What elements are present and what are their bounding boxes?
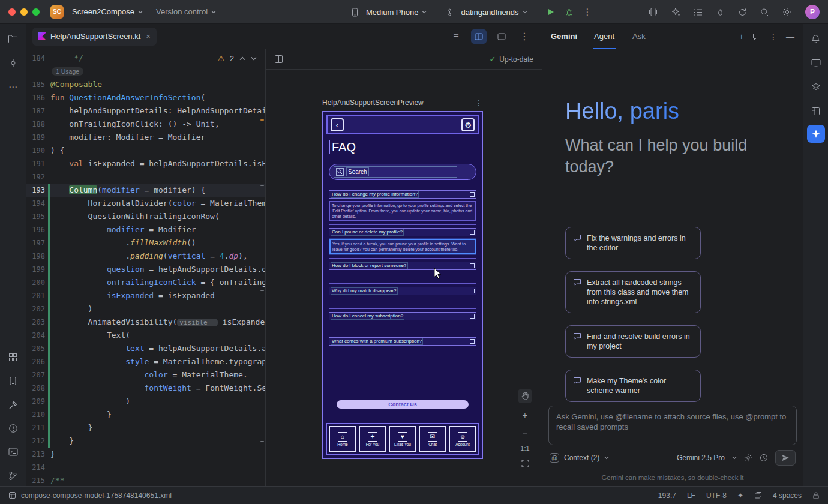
code-line[interactable]: 215/** [26,474,265,486]
code-line[interactable]: 185@Composable [26,78,265,91]
code-line[interactable]: 204 Text( [26,329,265,342]
faq-question-row[interactable]: How do I block or report someone? [329,262,476,270]
design-view-button[interactable] [494,29,509,44]
gemini-input[interactable] [549,406,796,445]
close-window-button[interactable] [8,8,16,16]
suggestion-card[interactable]: Extract all hardcoded strings from this … [565,271,701,313]
next-problem-icon[interactable] [251,56,257,61]
status-file-name[interactable]: compose-compose-model-1758748140651.xml [21,491,172,500]
prev-problem-icon[interactable] [239,56,245,61]
zoom-in-icon[interactable]: + [518,407,532,422]
hide-panel-icon[interactable]: — [786,32,794,41]
faq-question-row[interactable]: How do I cancel my subscription? [329,312,476,320]
stripe-mark[interactable] [260,441,264,442]
contact-us-button[interactable]: Contact Us [337,400,469,409]
todo-list-icon[interactable] [694,8,703,16]
device-explorer-icon[interactable] [4,372,22,390]
suggestion-card[interactable]: Fix the warnings and errors in the edito… [565,227,701,259]
code-line[interactable]: 199 question = helpAndSupportDetails.que… [26,263,265,276]
ai-actions-icon[interactable] [671,7,680,17]
code-line[interactable]: 214 [26,461,265,474]
editor-more-icon[interactable]: ⋮ [517,29,532,44]
code-editor[interactable]: ⚠ 2 184 */1 Usage185@Composable186fun Qu… [26,49,266,486]
running-devices-icon[interactable] [807,54,825,72]
device-mirroring-icon[interactable] [649,7,658,17]
code-line[interactable]: 189 modifier: Modifier = Modifier [26,131,265,144]
notifications-bell-icon[interactable] [807,30,825,48]
tab-agent[interactable]: Agent [593,24,616,49]
back-button[interactable]: ‹ [331,118,344,131]
code-line[interactable]: 213} [26,448,265,461]
preview-more-icon[interactable]: ⋮ [475,98,483,107]
debug-button[interactable] [565,8,574,17]
stripe-warning-mark[interactable] [260,119,264,121]
chat-history-icon[interactable] [752,32,761,40]
suggestion-card[interactable]: Make my Theme's color scheme warmer [565,370,701,402]
pan-hand-icon[interactable] [518,389,532,403]
settings-gear-icon[interactable] [782,7,792,17]
gemini-more-icon[interactable]: ⋮ [769,32,778,41]
code-line[interactable]: 208 fontWeight = FontWeight.SemiBold, [26,382,265,395]
usage-hint[interactable]: 1 Usage [52,67,83,76]
run-configuration-selector[interactable]: datingandfriends [457,5,530,19]
indent-setting[interactable]: 4 spaces [773,491,802,500]
code-line[interactable]: 198 .padding(vertical = 4.dp), [26,250,265,263]
maximize-window-button[interactable] [32,8,40,16]
model-selector[interactable]: Gemini 2.5 Pro [677,454,725,462]
suggestion-card[interactable]: Find and resolve build errors in my proj… [565,325,701,358]
code-line[interactable]: 205 text = helpAndSupportDetails.answer, [26,342,265,355]
project-selector[interactable]: Screen2Compose [68,5,146,19]
inspection-widget[interactable]: ⚠ 2 [218,54,257,63]
faq-search-bar[interactable]: Search [329,164,476,180]
faq-question-row[interactable]: Can I pause or delete my profile? [329,228,476,236]
code-line[interactable]: 188 onTrailingIconClick: () -> Unit, [26,118,265,131]
bottom-nav-item[interactable]: ♥Likes You [389,426,416,452]
code-line[interactable]: 190) { [26,144,265,157]
new-chat-icon[interactable]: + [739,32,744,41]
code-line[interactable]: 1 Usage [26,65,265,78]
stripe-mark[interactable] [260,290,264,291]
faq-question-row[interactable]: What comes with a premium subscription? [329,337,476,346]
editor-tab[interactable]: HelpAndSupportScreen.kt × [32,28,157,46]
code-line[interactable]: 206 style = MaterialTheme.typography.bod… [26,355,265,368]
devices-status-icon[interactable] [754,491,762,499]
build-tool-icon[interactable] [4,396,22,414]
faq-answer[interactable]: To change your profile information, go t… [329,201,476,221]
code-line[interactable]: 203 AnimatedVisibility(visible = isExpan… [26,316,265,329]
faq-answer[interactable]: Yes, if you need a break, you can pause … [329,239,476,254]
faq-question-row[interactable]: How do I change my profile information? [329,190,476,199]
code-line[interactable]: 210 } [26,408,265,421]
ai-status-icon[interactable]: ✦ [737,491,743,500]
search-icon[interactable] [760,8,769,17]
code-line[interactable]: 187 helpAndSupportDetails: HelpAndSuppor… [26,104,265,118]
bottom-nav-item[interactable]: ✦For You [359,426,386,452]
bottom-nav-item[interactable]: ☺Account [449,426,476,452]
faq-question-row[interactable]: Why did my match disappear? [329,287,476,295]
code-line[interactable]: 201 isExpanded = isExpanded [26,289,265,302]
line-separator[interactable]: LF [687,491,695,500]
preview-canvas[interactable]: HelpAndSupportScreenPreview ⋮ ‹ ⚙ FAQ [266,70,542,486]
layers-tool-icon[interactable] [807,78,825,96]
code-line[interactable]: 196 modifier = Modifier [26,223,265,236]
code-line[interactable]: 200 onTrailingIconClick = { onTrailingIc… [26,276,265,289]
terminal-tool-icon[interactable] [4,443,22,461]
problems-tool-icon[interactable] [4,419,22,437]
code-line[interactable]: 186fun QuestionAndAnswerInfoSection( [26,91,265,104]
code-line[interactable]: 193 Column(modifier = modifier) { [26,184,265,197]
code-line[interactable]: 211 } [26,421,265,434]
project-tool-icon[interactable] [4,30,22,48]
expand-icon[interactable] [470,192,475,197]
code-line[interactable]: 194 HorizontalDivider(color = MaterialTh… [26,197,265,210]
run-button[interactable] [547,8,555,16]
code-line[interactable]: 192 [26,170,265,184]
bottom-nav-item[interactable]: ✉Chat [419,426,446,452]
gradle-sync-icon[interactable] [738,8,747,17]
more-actions-icon[interactable]: ⋮ [583,7,592,17]
zoom-out-icon[interactable]: − [518,426,532,440]
close-tab-icon[interactable]: × [146,32,151,41]
device-selector[interactable]: Medium Phone [362,5,430,19]
gemini-settings-icon[interactable] [744,454,752,462]
minimize-window-button[interactable] [20,8,28,16]
stripe-mark[interactable] [260,388,264,389]
prompt-history-icon[interactable] [760,454,768,462]
